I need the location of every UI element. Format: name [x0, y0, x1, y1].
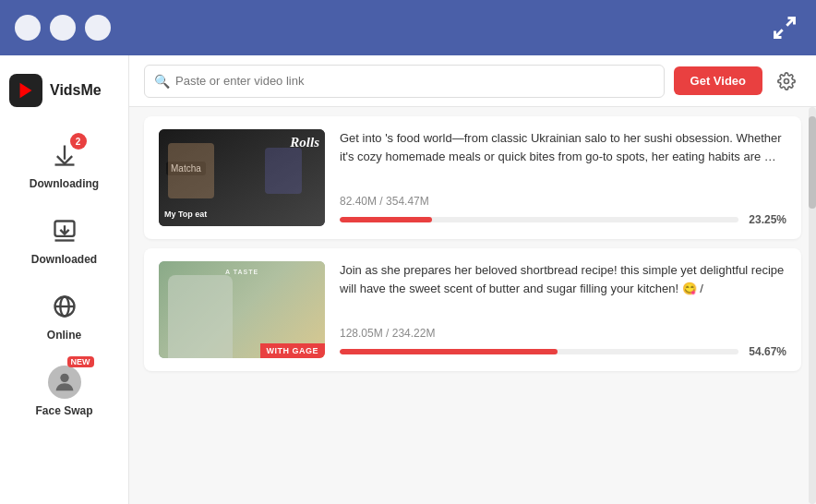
svg-point-9: [785, 78, 789, 83]
downloading-label: Downloading: [30, 177, 99, 190]
close-button[interactable]: [15, 15, 41, 41]
progress-bar-bg-1: [340, 217, 738, 222]
thumbnail-1: Rolls Matcha My Top eat: [159, 129, 325, 226]
face-swap-avatar: [48, 366, 81, 399]
search-icon: 🔍: [154, 74, 170, 89]
face-swap-icon-wrapper: NEW: [46, 364, 83, 401]
progress-bar-bg-2: [340, 349, 738, 354]
scroll-track[interactable]: [809, 107, 816, 504]
title-bar: [0, 0, 816, 55]
app-name: VidsMe: [50, 82, 102, 99]
downloaded-icon: [52, 218, 78, 244]
toolbar: 🔍 Get Video: [129, 55, 816, 107]
get-video-button[interactable]: Get Video: [674, 66, 762, 95]
thumbnail-2: A TASTE WITH GAGE: [159, 261, 325, 358]
downloaded-icon-wrapper: [46, 212, 83, 249]
expand-icon[interactable]: [768, 11, 801, 44]
downloads-area: Rolls Matcha My Top eat Get into 's food…: [129, 107, 816, 504]
person-icon: [52, 369, 78, 395]
thumb-overlay-2: WITH GAGE: [260, 343, 326, 358]
gear-icon: [777, 72, 796, 90]
window-controls: [15, 15, 111, 41]
sidebar-item-downloading[interactable]: 2 Downloading: [0, 124, 128, 199]
sidebar-item-downloaded[interactable]: Downloaded: [0, 199, 128, 275]
main-content: 🔍 Get Video Rolls Matcha: [129, 55, 816, 504]
progress-row-1: 23.25%: [340, 213, 786, 226]
search-input[interactable]: [175, 74, 654, 88]
sidebar-item-online[interactable]: Online: [0, 275, 128, 351]
minimize-button[interactable]: [50, 15, 76, 41]
logo-area: VidsMe: [0, 65, 128, 124]
progress-bar-fill-2: [340, 349, 558, 354]
progress-pct-2: 54.67%: [748, 345, 786, 358]
online-label: Online: [47, 329, 81, 342]
online-icon-wrapper: [46, 288, 83, 325]
maximize-button[interactable]: [85, 15, 111, 41]
downloading-icon-wrapper: 2: [46, 137, 83, 174]
progress-bar-fill-1: [340, 217, 432, 222]
globe-icon: [52, 294, 78, 319]
card-info-2: Join as she prepares her beloved shortbr…: [340, 261, 786, 358]
app-logo-icon: [9, 74, 42, 107]
progress-pct-1: 23.25%: [748, 213, 786, 226]
card-desc-2: Join as she prepares her beloved shortbr…: [340, 261, 786, 297]
settings-button[interactable]: [772, 66, 801, 96]
face-swap-label: Face Swap: [35, 404, 92, 417]
card-info-1: Get into 's food world—from classic Ukra…: [340, 129, 786, 226]
sidebar-item-face-swap[interactable]: NEW Face Swap: [0, 351, 128, 426]
face-swap-badge: NEW: [67, 356, 94, 367]
search-box[interactable]: 🔍: [144, 65, 665, 98]
download-card-2: A TASTE WITH GAGE Join as she prepares h…: [144, 248, 801, 371]
downloading-badge: 2: [70, 133, 87, 150]
download-card-1: Rolls Matcha My Top eat Get into 's food…: [144, 116, 801, 239]
card-size-1: 82.40M / 354.47M: [340, 195, 786, 208]
progress-row-2: 54.67%: [340, 345, 786, 358]
downloaded-label: Downloaded: [31, 253, 97, 266]
scroll-thumb[interactable]: [809, 116, 816, 209]
svg-point-8: [60, 374, 68, 382]
app-body: VidsMe 2 Downloading Downloaded: [0, 55, 816, 504]
card-desc-1: Get into 's food world—from classic Ukra…: [340, 129, 786, 165]
sidebar: VidsMe 2 Downloading Downloaded: [0, 55, 129, 504]
card-size-2: 128.05M / 234.22M: [340, 327, 786, 340]
